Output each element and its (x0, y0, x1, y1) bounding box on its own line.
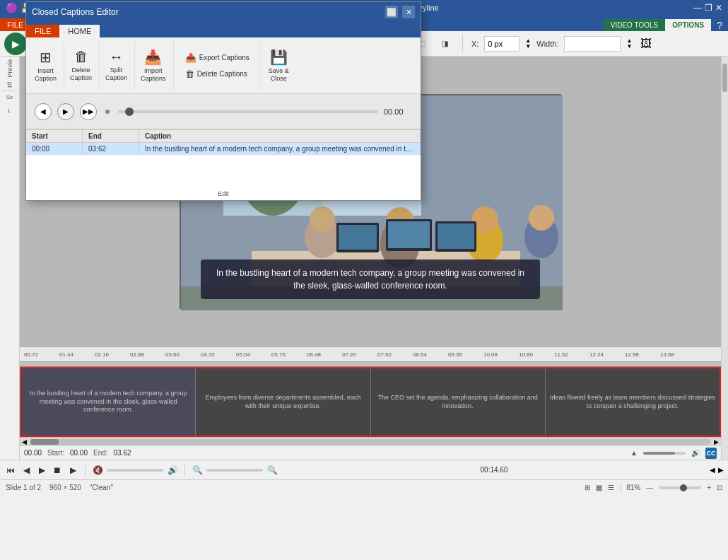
pb-play-btn[interactable]: ▶ (57, 103, 74, 120)
scroll-right-btn[interactable]: ▶ (712, 438, 721, 445)
volume-slider[interactable] (643, 452, 686, 455)
tick-16: 12.24 (589, 351, 604, 358)
transport-vol-up[interactable]: 🔊 (166, 464, 179, 477)
transport-zoom-in[interactable]: 🔍 (266, 464, 278, 477)
minimize-icon[interactable]: — (693, 3, 702, 13)
time-current: 00.00 (24, 449, 42, 457)
bt-volume-slider[interactable] (107, 469, 163, 472)
scroll-track[interactable] (30, 439, 710, 445)
app-logo-icon: 🟣 (6, 2, 18, 13)
x-label: X: (471, 40, 479, 48)
fit-page-icon[interactable]: ⊡ (717, 484, 722, 491)
transport-prev-frame[interactable]: ◀ (20, 464, 33, 477)
insert-caption-label: InsertCaption (35, 67, 57, 83)
right-scrollbar[interactable] (721, 57, 728, 460)
delete-caption-icon: 🗑 (74, 49, 88, 65)
grid-view-icon[interactable]: ⊞ (585, 484, 590, 491)
dialog-close-btn[interactable]: ✕ (402, 6, 415, 18)
caption-block-2[interactable]: Employees from diverse departments assem… (196, 368, 370, 436)
edit-group-label: Edit (218, 190, 229, 197)
vol-up-icon[interactable]: 🔊 (691, 449, 700, 457)
list-view-icon[interactable]: ☰ (608, 484, 614, 491)
delete-captions-label: Delete Captions (197, 70, 247, 78)
zoom-slider[interactable] (659, 486, 701, 489)
import-captions-btn[interactable]: 📥 ImportCaptions (136, 40, 174, 91)
window-controls: — ❐ ✕ (693, 3, 722, 13)
transport-center: 00:14.60 (481, 466, 508, 474)
zoom-in-icon[interactable]: + (707, 484, 711, 491)
transport-mute[interactable]: 🔇 (91, 464, 104, 477)
caption-block-1-text: In the bustling heart of a modern tech c… (25, 390, 191, 414)
pb-progress-slider[interactable] (118, 110, 378, 113)
tick-0: 00.72 (24, 351, 38, 358)
pb-prev-btn[interactable]: ◀ (35, 103, 52, 120)
caption-block-3[interactable]: The CEO set the agenda, emphasizing coll… (371, 368, 546, 436)
close-icon[interactable]: ✕ (715, 3, 722, 13)
tick-18: 13.68 (660, 351, 674, 358)
x-input[interactable] (484, 36, 519, 52)
width-spinner[interactable]: ▲ ▼ (626, 38, 632, 49)
caption-block-1[interactable]: In the bustling heart of a modern tech c… (21, 368, 196, 436)
align-right-btn[interactable]: ◨ (437, 33, 454, 54)
x-spinner[interactable]: ▲ ▼ (525, 38, 531, 49)
col-header-start: Start (26, 130, 83, 142)
transport-play[interactable]: ▶ (35, 464, 48, 477)
transport-next-frame[interactable]: ▶ (66, 464, 79, 477)
video-thumb-btn[interactable]: 🖼 (638, 33, 654, 54)
col-header-caption: Caption (139, 130, 421, 142)
dialog-maximize-btn[interactable]: ⬜ (385, 6, 398, 18)
play-panel-label: Pl (6, 82, 13, 88)
tick-3: 02.88 (130, 351, 144, 358)
delete-caption-btn[interactable]: 🗑 DeleteCaption (66, 40, 100, 91)
caption-1-text[interactable]: In the bustling heart of a modern tech c… (139, 143, 421, 155)
transport-stop[interactable]: ⏹ (51, 464, 64, 477)
width-input[interactable] (564, 36, 621, 52)
zoom-out-icon[interactable]: — (646, 484, 653, 491)
preview-label: Previe (6, 59, 13, 78)
export-captions-btn[interactable]: 📤 Export Captions (181, 51, 254, 64)
tick-5: 04.32 (201, 351, 215, 358)
status-separator (620, 483, 621, 493)
tick-15: 11.52 (554, 351, 568, 358)
slide-view-icon[interactable]: ▦ (596, 484, 602, 491)
delete-captions-btn[interactable]: 🗑 Delete Captions (181, 67, 254, 81)
left-panel: Previe Pl Sc 1. (0, 57, 20, 460)
timeline-scroll-right[interactable]: ▶ (718, 466, 724, 474)
tab-video-tools[interactable]: VIDEO TOOLS (604, 19, 665, 31)
cc-indicator[interactable]: CC (705, 448, 717, 459)
dialog-titlebar-controls: ⬜ ✕ (385, 6, 415, 18)
transport-to-start[interactable]: ⏮ (4, 464, 17, 477)
caption-1-end: 03:62 (83, 143, 139, 155)
tab-options[interactable]: OPTIONS (665, 19, 711, 31)
maximize-icon[interactable]: ❐ (705, 3, 712, 13)
preview-play-button[interactable]: ▶ (4, 33, 27, 55)
dialog-playback: ◀ ▶ ▶▶ 00.00 (26, 94, 421, 129)
caption-timeline[interactable]: In the bustling heart of a modern tech c… (20, 367, 721, 437)
import-captions-icon: 📥 (144, 49, 162, 66)
caption-row-1[interactable]: 00:00 03:62 In the bustling heart of a m… (26, 143, 421, 156)
caption-block-4[interactable]: Ideas flowed freely as team members disc… (546, 368, 720, 436)
closed-captions-dialog[interactable]: Closed Captions Editor ⬜ ✕ FILE HOME ⊞ I… (25, 1, 421, 201)
dialog-tab-file[interactable]: FILE (26, 25, 59, 37)
dialog-tab-home[interactable]: HOME (59, 25, 100, 37)
transport-zoom-out[interactable]: 🔍 (191, 464, 204, 477)
tick-14: 10.80 (519, 351, 533, 358)
insert-caption-btn[interactable]: ⊞ InsertCaption (30, 40, 64, 91)
width-label: Width: (536, 40, 558, 48)
pb-dot (105, 110, 110, 114)
pb-next-btn[interactable]: ▶▶ (80, 103, 97, 120)
bt-zoom-slider[interactable] (206, 469, 263, 472)
save-close-btn[interactable]: 💾 Save &Close (262, 40, 293, 91)
vol-down-icon[interactable]: ▲ (630, 449, 638, 457)
timeline-scroll-left[interactable]: ◀ (710, 466, 715, 474)
caption-editor-table: Start End Caption 00:00 03:62 In the bus… (26, 129, 421, 200)
col-header-end: End (83, 130, 139, 142)
svg-rect-19 (339, 225, 377, 250)
help-icon[interactable]: ? (711, 20, 728, 31)
split-caption-btn[interactable]: ↔ SplitCaption (101, 40, 135, 91)
dialog-title: Closed Captions Editor (32, 7, 119, 17)
scroll-left-btn[interactable]: ◀ (20, 438, 29, 445)
split-caption-label: SplitCaption (105, 66, 127, 82)
svg-rect-21 (438, 223, 474, 249)
h-scrollbar[interactable]: ◀ ▶ (20, 437, 721, 445)
